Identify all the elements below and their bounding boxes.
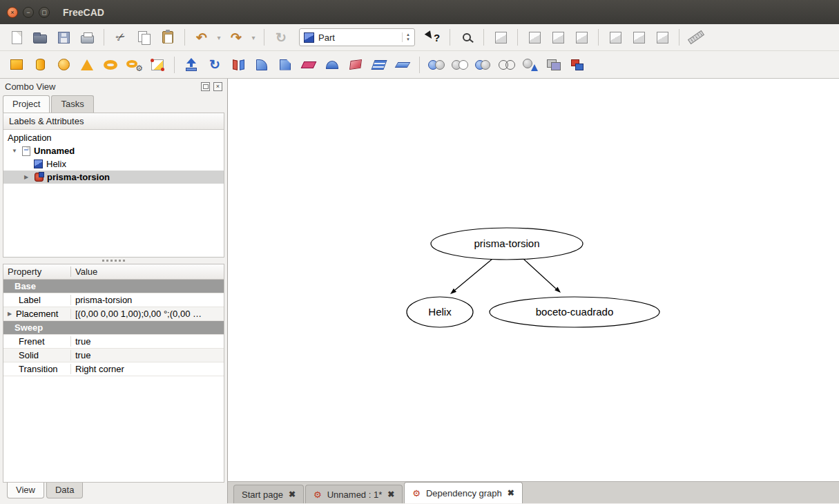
part-chamfer-button[interactable] <box>274 55 296 75</box>
expander-closed-icon[interactable]: ▶ <box>24 174 31 180</box>
magnifier-icon <box>463 33 471 41</box>
part-compound-button[interactable] <box>566 55 588 75</box>
top-view-icon <box>552 32 564 43</box>
refresh-button[interactable]: ↻ <box>270 27 292 48</box>
float-panel-button[interactable] <box>201 82 210 91</box>
expander-open-icon[interactable]: ▼ <box>12 148 19 154</box>
tab-view[interactable]: View <box>7 483 44 498</box>
rear-view-button[interactable] <box>604 27 626 48</box>
part-thickness-button[interactable] <box>543 55 565 75</box>
property-value[interactable]: true <box>71 350 224 360</box>
part-sweep-button[interactable] <box>368 55 390 75</box>
column-header-property[interactable]: Property <box>3 266 71 277</box>
property-row-solid[interactable]: Solid true <box>3 349 224 362</box>
left-view-button[interactable] <box>651 27 673 48</box>
paste-button[interactable] <box>157 27 179 48</box>
part-boolean-button[interactable] <box>425 55 447 75</box>
column-header-value[interactable]: Value <box>71 266 224 277</box>
part-torus-button[interactable] <box>99 55 122 75</box>
property-value[interactable]: prisma-torsion <box>71 295 224 305</box>
tree-item-prisma-torsion[interactable]: ▶ prisma-torsion <box>3 171 224 184</box>
toolbar-separator <box>104 29 104 46</box>
property-row-transition[interactable]: Transition Right corner <box>3 362 224 376</box>
tab-dependency-graph[interactable]: ⚙ Dependency graph ✖ <box>404 482 523 503</box>
axonometric-view-button[interactable] <box>490 27 512 48</box>
part-cone-button[interactable] <box>76 55 98 75</box>
close-panel-button[interactable]: × <box>213 82 222 91</box>
copy-button[interactable] <box>133 27 155 48</box>
print-button[interactable] <box>76 27 98 48</box>
panel-splitter[interactable] <box>0 258 227 264</box>
part-primitives-button[interactable]: ⚙ <box>123 55 145 75</box>
combo-spinner-icon[interactable]: ▲ ▼ <box>402 32 410 41</box>
part-ruled-surface-button[interactable] <box>321 55 343 75</box>
compound-icon <box>571 59 584 71</box>
tree-root-application[interactable]: Application <box>3 131 224 144</box>
tree-item-helix[interactable]: Helix <box>3 157 224 171</box>
part-sphere-button[interactable] <box>52 55 75 75</box>
property-row-frenet[interactable]: Frenet true <box>3 335 224 349</box>
check-geometry-icon <box>523 59 538 70</box>
top-view-button[interactable] <box>547 27 569 48</box>
close-tab-icon[interactable]: ✖ <box>289 490 296 499</box>
tab-start-page[interactable]: Start page ✖ <box>233 485 304 503</box>
new-document-icon <box>12 31 22 44</box>
tab-tasks[interactable]: Tasks <box>51 95 93 113</box>
sweep-icon <box>371 60 387 70</box>
create-primitives-icon: ⚙ <box>126 59 142 71</box>
property-row-placement[interactable]: ▶ Placement [(0,00 0,00 1,00);0,00 °;(0,… <box>3 307 224 321</box>
property-table-header: Property Value <box>3 264 224 280</box>
property-value[interactable]: [(0,00 0,00 1,00);0,00 °;(0,00 … <box>71 309 224 319</box>
dependency-graph-view[interactable]: prisma-torsion Helix boceto-cuadrado Sta… <box>228 79 839 503</box>
part-cut-button[interactable] <box>449 55 471 75</box>
window-close-button[interactable]: × <box>7 7 18 18</box>
expander-closed-icon[interactable]: ▶ <box>8 311 14 317</box>
redo-button[interactable]: ↷ <box>225 27 247 48</box>
undo-button[interactable]: ↶ <box>191 27 213 48</box>
part-make-face-button[interactable] <box>298 55 320 75</box>
window-maximize-button[interactable]: ◻ <box>39 7 50 18</box>
open-document-button[interactable] <box>29 27 51 48</box>
part-union-button[interactable] <box>472 55 494 75</box>
tree-item-document[interactable]: ▼ Unnamed <box>3 144 224 157</box>
property-row-label[interactable]: Label prisma-torsion <box>3 293 224 307</box>
part-cross-section-button[interactable] <box>392 55 414 75</box>
part-mirror-button[interactable] <box>227 55 249 75</box>
close-tab-icon[interactable]: ✖ <box>508 488 514 498</box>
right-view-button[interactable] <box>570 27 592 48</box>
save-button[interactable] <box>52 27 75 48</box>
whats-this-button[interactable]: ? <box>422 27 444 48</box>
combo-up-icon: ▲ <box>406 32 410 37</box>
measure-distance-button[interactable] <box>685 27 707 48</box>
cut-button[interactable]: ✂ <box>110 27 132 48</box>
axonometric-view-icon <box>495 32 507 43</box>
window-title: FreeCAD <box>63 7 104 18</box>
combo-view-panel: Combo View × Project Tasks Labels & Attr… <box>0 79 228 503</box>
fit-all-button[interactable] <box>456 27 478 48</box>
cylinder-icon <box>36 59 45 70</box>
part-revolve-button[interactable]: ↻ <box>204 55 226 75</box>
close-tab-icon[interactable]: ✖ <box>387 490 394 499</box>
part-fillet-button[interactable] <box>251 55 273 75</box>
property-value[interactable]: true <box>71 336 224 347</box>
tab-unnamed-document[interactable]: ⚙ Unnamed : 1* ✖ <box>305 485 403 503</box>
part-box-button[interactable] <box>6 55 28 75</box>
tab-project[interactable]: Project <box>3 95 50 113</box>
toolbar-separator <box>419 57 420 73</box>
part-shape-builder-button[interactable] <box>146 55 168 75</box>
workbench-selector[interactable]: Part ▲ ▼ <box>299 28 415 46</box>
part-loft-button[interactable] <box>345 55 367 75</box>
part-cylinder-button[interactable] <box>29 55 51 75</box>
property-value[interactable]: Right corner <box>71 364 224 374</box>
redo-dropdown-button[interactable]: ▾ <box>249 27 258 48</box>
window-minimize-button[interactable]: − <box>23 7 34 18</box>
front-view-button[interactable] <box>523 27 546 48</box>
new-document-button[interactable] <box>6 27 28 48</box>
tab-data[interactable]: Data <box>46 483 83 498</box>
ruled-surface-icon <box>326 61 338 69</box>
part-extrude-button[interactable] <box>180 55 202 75</box>
part-check-geometry-button[interactable] <box>519 55 541 75</box>
undo-dropdown-button[interactable]: ▾ <box>214 27 224 48</box>
part-intersection-button[interactable] <box>496 55 518 75</box>
bottom-view-button[interactable] <box>628 27 650 48</box>
